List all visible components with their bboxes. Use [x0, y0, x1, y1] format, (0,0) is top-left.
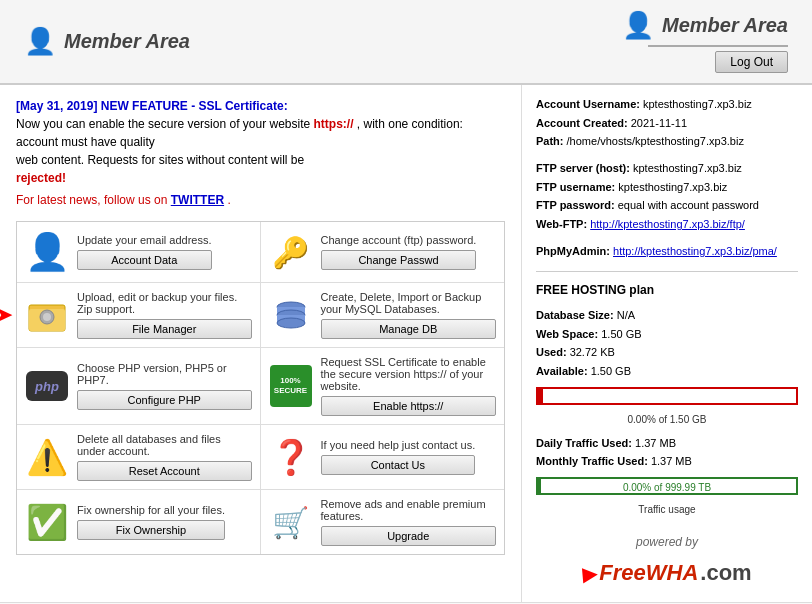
account-item-text: Update your email address. [77, 234, 212, 246]
db-row: Database Size: N/A [536, 306, 798, 325]
feature-grid: 👤 Update your email address. Account Dat… [16, 221, 505, 555]
grid-item-php: php Choose PHP version, PHP5 or PHP7. Co… [17, 348, 261, 425]
brand-name: FreeWHA [599, 554, 698, 591]
reset-item-inner: Delete all databases and files under acc… [77, 433, 252, 481]
available-val: 1.50 GB [591, 365, 631, 377]
ftp-server-label: FTP server (host): [536, 162, 630, 174]
header-right-content: 👤 Member Area Log Out [622, 10, 788, 73]
webspace-row: Web Space: 1.50 GB [536, 325, 798, 344]
account-info: Account Username: kptesthosting7.xp3.biz… [536, 95, 798, 151]
ssl-icon: 100% SECURE [269, 364, 313, 408]
available-row: Available: 1.50 GB [536, 362, 798, 381]
webftp-link[interactable]: http://kptesthosting7.xp3.biz/ftp/ [590, 218, 745, 230]
announcement-line3: web content. Requests for sites without … [16, 151, 505, 169]
announcement-line4: rejected! [16, 169, 505, 187]
grid-item-filemanager: ➤ Upload, edit or backup your files. Zip… [17, 283, 261, 348]
svg-point-9 [277, 318, 305, 328]
used-val: 32.72 KB [570, 346, 615, 358]
news-line: For latest news, follow us on TWITTER . [16, 191, 505, 209]
username-label: Account Username: [536, 98, 640, 110]
question-icon: ❓ [269, 435, 313, 479]
body-wrapper: [May 31, 2019] NEW FEATURE - SSL Certifi… [0, 85, 812, 602]
monthly-traffic-label: Monthly Traffic Used: [536, 455, 648, 467]
upgrade-item-text: Remove ads and enable premium features. [321, 498, 497, 522]
svg-point-4 [43, 313, 51, 321]
member-icon-left: 👤 [24, 26, 56, 57]
header-right-title: Member Area [662, 14, 788, 37]
hosting-plan-section: FREE HOSTING plan Database Size: N/A Web… [536, 271, 798, 519]
header: 👤 Member Area 👤 Member Area Log Out [0, 0, 812, 85]
monthly-traffic-row: Monthly Traffic Used: 1.37 MB [536, 452, 798, 471]
announcement-line2: Now you can enable the secure version of… [16, 115, 505, 151]
ftp-username-val: kptesthosting7.xp3.biz [618, 181, 727, 193]
grid-item-contact: ❓ If you need help just contact us. Cont… [261, 425, 505, 490]
grid-item-passwd: 🔑 Change account (ftp) password. Change … [261, 222, 505, 283]
phpmyadmin-link[interactable]: http://kptesthosting7.xp3.biz/pma/ [613, 245, 777, 257]
news-suffix: . [227, 193, 230, 207]
left-panel: [May 31, 2019] NEW FEATURE - SSL Certifi… [0, 85, 522, 602]
ftp-info: FTP server (host): kptesthosting7.xp3.bi… [536, 159, 798, 234]
ftp-username-label: FTP username: [536, 181, 615, 193]
powered-text: powered by [536, 532, 798, 552]
ftp-password-val: equal with account password [618, 199, 759, 211]
change-passwd-button[interactable]: Change Passwd [321, 250, 477, 270]
available-label: Available: [536, 365, 588, 377]
php-item-text: Choose PHP version, PHP5 or PHP7. [77, 362, 252, 386]
disk-progress-bar-fill [538, 389, 543, 403]
grid-item-account: 👤 Update your email address. Account Dat… [17, 222, 261, 283]
rejected-text: rejected! [16, 171, 66, 185]
header-right: 👤 Member Area Log Out [622, 10, 788, 73]
account-data-button[interactable]: Account Data [77, 250, 212, 270]
managedb-item-inner: Create, Delete, Import or Backup your My… [321, 291, 497, 339]
manage-db-button[interactable]: Manage DB [321, 319, 497, 339]
date-feature: [May 31, 2019] NEW FEATURE - SSL Certifi… [16, 99, 288, 113]
grid-item-managedb: Create, Delete, Import or Backup your My… [261, 283, 505, 348]
daily-traffic-label: Daily Traffic Used: [536, 437, 632, 449]
webftp-row: Web-FTP: http://kptesthosting7.xp3.biz/f… [536, 215, 798, 234]
username-row: Account Username: kptesthosting7.xp3.biz [536, 95, 798, 114]
used-label: Used: [536, 346, 567, 358]
filemanager-item-text: Upload, edit or backup your files. Zip s… [77, 291, 252, 315]
webspace-label: Web Space: [536, 328, 598, 340]
fix-ownership-button[interactable]: Fix Ownership [77, 520, 225, 540]
filemanager-item-inner: Upload, edit or backup your files. Zip s… [77, 291, 252, 339]
file-manager-button[interactable]: File Manager [77, 319, 252, 339]
logout-button[interactable]: Log Out [715, 51, 788, 73]
traffic-progress-bar-container: 0.00% of 999.99 TB [536, 477, 798, 495]
check-icon: ✅ [25, 500, 69, 544]
arrow-logo-icon: ▶ [581, 556, 599, 591]
ftp-password-row: FTP password: equal with account passwor… [536, 196, 798, 215]
php-item-inner: Choose PHP version, PHP5 or PHP7. Config… [77, 362, 252, 410]
key-icon: 🔑 [269, 230, 313, 274]
grid-item-fixownership: ✅ Fix ownership for all your files. Fix … [17, 490, 261, 554]
twitter-link[interactable]: TWITTER [171, 193, 224, 207]
reset-item-text: Delete all databases and files under acc… [77, 433, 252, 457]
news-prefix: For latest news, follow us on [16, 193, 167, 207]
enable-https-button[interactable]: Enable https:// [321, 396, 497, 416]
upgrade-button[interactable]: Upgrade [321, 526, 497, 546]
db-label: Database Size: [536, 309, 614, 321]
disk-progress-label: 0.00% of 1.50 GB [536, 411, 798, 428]
monthly-traffic-val: 1.37 MB [651, 455, 692, 467]
ftp-password-label: FTP password: [536, 199, 615, 211]
contact-us-button[interactable]: Contact Us [321, 455, 476, 475]
red-arrow-indicator: ➤ [0, 302, 13, 328]
ssl-item-inner: Request SSL Certificate to enable the se… [321, 356, 497, 416]
member-icon-right: 👤 [622, 10, 654, 41]
warning-icon: ⚠️ [25, 435, 69, 479]
reset-account-button[interactable]: Reset Account [77, 461, 252, 481]
passwd-item-inner: Change account (ftp) password. Change Pa… [321, 234, 477, 270]
brand-logo: ▶ FreeWHA .com [536, 554, 798, 591]
traffic-usage-label: Traffic usage [536, 501, 798, 518]
created-label: Account Created: [536, 117, 628, 129]
used-row: Used: 32.72 KB [536, 343, 798, 362]
right-panel: Account Username: kptesthosting7.xp3.biz… [522, 85, 812, 602]
plan-title: FREE HOSTING plan [536, 280, 798, 300]
ftp-server-val: kptesthosting7.xp3.biz [633, 162, 742, 174]
passwd-item-text: Change account (ftp) password. [321, 234, 477, 246]
brand-com: .com [700, 554, 751, 591]
header-left-title: Member Area [64, 30, 190, 53]
configure-php-button[interactable]: Configure PHP [77, 390, 252, 410]
phpmyadmin-row: PhpMyAdmin: http://kptesthosting7.xp3.bi… [536, 242, 798, 261]
grid-item-ssl: 100% SECURE Request SSL Certificate to e… [261, 348, 505, 425]
